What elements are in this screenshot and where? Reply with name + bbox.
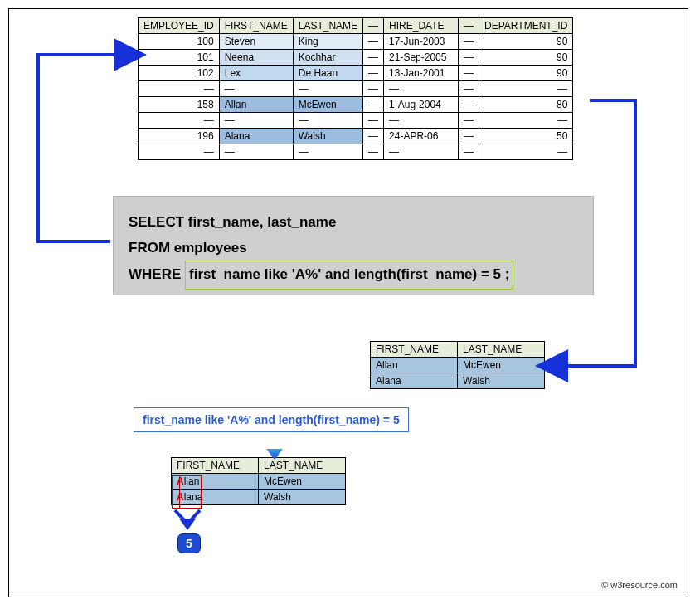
table-row: ——————— bbox=[139, 144, 573, 160]
res1-cell-fn-1: Alana bbox=[371, 373, 458, 389]
col-employee-id: EMPLOYEE_ID bbox=[139, 18, 220, 34]
sql-where-keyword: WHERE bbox=[129, 266, 185, 282]
table-row: 102LexDe Haan—13-Jan-2001—90 bbox=[139, 66, 573, 81]
res2-col-first-name: FIRST_NAME bbox=[172, 458, 259, 474]
res1-cell-ln-0: McEwen bbox=[458, 358, 545, 373]
res1-col-last-name: LAST_NAME bbox=[458, 342, 545, 358]
table-row: Allan McEwen bbox=[371, 358, 545, 373]
condition-box: first_name like 'A%' and length(first_na… bbox=[134, 407, 409, 432]
col-department-id: DEPARTMENT_ID bbox=[479, 18, 573, 34]
col-ellipsis-2: — bbox=[459, 18, 479, 34]
copyright-icon: © bbox=[601, 580, 608, 590]
table-row: 196AlanaWalsh—24-APR-06—50 bbox=[139, 129, 573, 144]
sql-line-select: SELECT first_name, last_name bbox=[129, 210, 578, 236]
employees-table: EMPLOYEE_ID FIRST_NAME LAST_NAME — HIRE_… bbox=[138, 17, 573, 160]
table-row: 100StevenKing—17-Jun-2003—90 bbox=[139, 34, 573, 50]
res1-cell-ln-1: Walsh bbox=[458, 373, 545, 389]
sql-line-where: WHERE first_name like 'A%' and length(fi… bbox=[129, 261, 578, 290]
col-first-name: FIRST_NAME bbox=[219, 18, 293, 34]
table-row: ——————— bbox=[139, 113, 573, 129]
col-last-name: LAST_NAME bbox=[293, 18, 362, 34]
table-row: 158AllanMcEwen—1-Aug-2004—80 bbox=[139, 97, 573, 113]
attribution: © w3resource.com bbox=[601, 580, 678, 590]
employees-header-row: EMPLOYEE_ID FIRST_NAME LAST_NAME — HIRE_… bbox=[139, 18, 573, 34]
res1-cell-fn-0: Allan bbox=[371, 358, 458, 373]
result-table-2-wrap: FIRST_NAME LAST_NAME Allan McEwen Alana … bbox=[171, 457, 346, 505]
res1-col-first-name: FIRST_NAME bbox=[371, 342, 458, 358]
col-hire-date: HIRE_DATE bbox=[384, 18, 459, 34]
sql-query-box: SELECT first_name, last_name FROM employ… bbox=[113, 196, 594, 295]
res2-cell-ln-0: McEwen bbox=[259, 474, 346, 490]
table-row: 101NeenaKochhar—21-Sep-2005—90 bbox=[139, 50, 573, 66]
sql-line-from: FROM employees bbox=[129, 236, 578, 261]
res2-cell-ln-1: Walsh bbox=[259, 490, 346, 505]
res2-col-last-name: LAST_NAME bbox=[259, 458, 346, 474]
result-table-1-wrap: FIRST_NAME LAST_NAME Allan McEwen Alana … bbox=[370, 341, 545, 389]
table-row: ——————— bbox=[139, 81, 573, 97]
diagram-canvas: EMPLOYEE_ID FIRST_NAME LAST_NAME — HIRE_… bbox=[8, 8, 688, 597]
table-row: Alana Walsh bbox=[371, 373, 545, 389]
first-name-highlight-box bbox=[172, 475, 202, 509]
attribution-text: w3resource.com bbox=[610, 580, 678, 590]
col-ellipsis-1: — bbox=[363, 18, 384, 34]
length-badge: 5 bbox=[177, 533, 201, 553]
sql-where-condition: first_name like 'A%' and length(first_na… bbox=[185, 261, 513, 290]
result-table-1: FIRST_NAME LAST_NAME Allan McEwen Alana … bbox=[370, 341, 545, 389]
